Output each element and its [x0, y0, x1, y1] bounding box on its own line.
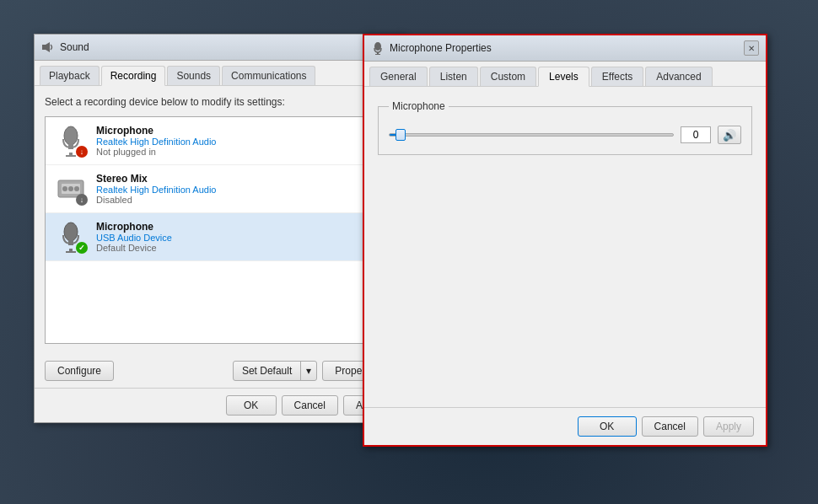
- device-item-stereo-mix[interactable]: ↓ Stereo Mix Realtek High Definition Aud…: [46, 165, 393, 213]
- sound-dialog-titlebar: Sound ✕: [35, 35, 404, 61]
- props-tab-bar: General Listen Custom Levels Effects Adv…: [364, 62, 766, 87]
- configure-button[interactable]: Configure: [45, 361, 114, 381]
- device-status-2: Default Device: [96, 243, 385, 253]
- svg-rect-17: [375, 54, 380, 55]
- set-default-arrow[interactable]: ▾: [300, 362, 316, 380]
- svg-point-11: [64, 223, 78, 241]
- props-content: Microphone 🔊: [364, 87, 766, 407]
- svg-rect-16: [377, 52, 379, 54]
- device-info-microphone-usb: Microphone USB Audio Device Default Devi…: [96, 221, 385, 253]
- microphone-level-value[interactable]: [681, 126, 711, 143]
- device-name-1: Stereo Mix: [96, 173, 385, 185]
- device-status-0: Not plugged in: [96, 147, 385, 157]
- svg-point-9: [68, 186, 73, 191]
- speaker-icon: [41, 40, 55, 54]
- tab-effects[interactable]: Effects: [591, 67, 643, 86]
- mic-props-dialog: Microphone Properties ✕ General Listen C…: [363, 34, 767, 447]
- device-name-2: Microphone: [96, 221, 385, 233]
- mic-props-titlebar: Microphone Properties ✕: [364, 35, 766, 62]
- props-dialog-actions: OK Cancel Apply: [364, 407, 766, 445]
- status-badge-green: ✓: [76, 242, 88, 254]
- sound-cancel-button[interactable]: Cancel: [282, 395, 338, 416]
- device-driver-1: Realtek High Definition Audio: [96, 185, 385, 195]
- tab-general[interactable]: General: [369, 67, 428, 86]
- device-info-stereo-mix: Stereo Mix Realtek High Definition Audio…: [96, 173, 385, 205]
- props-apply-button[interactable]: Apply: [703, 416, 754, 437]
- recording-instruction: Select a recording device below to modif…: [45, 96, 394, 108]
- device-icon-stereo-mix: ↓: [54, 172, 88, 206]
- device-name-0: Microphone: [96, 125, 385, 137]
- microphone-mute-button[interactable]: 🔊: [718, 126, 741, 144]
- volume-icon: 🔊: [723, 129, 736, 142]
- microphone-level-legend: Microphone: [389, 100, 449, 112]
- tab-levels[interactable]: Levels: [538, 67, 589, 87]
- device-item-microphone-realtek[interactable]: ↓ Microphone Realtek High Definition Aud…: [46, 117, 393, 165]
- device-icon-microphone-realtek: ↓: [54, 124, 88, 158]
- device-list[interactable]: ↓ Microphone Realtek High Definition Aud…: [45, 116, 394, 344]
- svg-rect-0: [42, 45, 46, 50]
- device-item-microphone-usb[interactable]: ✓ Microphone USB Audio Device Default De…: [46, 213, 393, 261]
- tab-listen[interactable]: Listen: [429, 67, 478, 86]
- mic-props-close-button[interactable]: ✕: [744, 40, 759, 56]
- sound-dialog: Sound ✕ Playback Recording Sounds Commun…: [34, 34, 405, 423]
- props-title-left: Microphone Properties: [371, 41, 492, 55]
- svg-rect-4: [69, 153, 73, 155]
- sound-action-buttons: Configure Set Default ▾ Properties: [35, 354, 404, 388]
- tab-communications[interactable]: Communications: [222, 66, 315, 85]
- status-badge-gray: ↓: [76, 194, 88, 206]
- microphone-level-group: Microphone 🔊: [378, 100, 752, 155]
- props-cancel-button[interactable]: Cancel: [642, 416, 698, 437]
- status-badge-red: ↓: [76, 146, 88, 158]
- tab-playback[interactable]: Playback: [40, 66, 100, 85]
- sound-dialog-actions: OK Cancel Apply: [35, 388, 404, 422]
- tab-custom[interactable]: Custom: [480, 67, 536, 86]
- tab-advanced[interactable]: Advanced: [645, 67, 712, 86]
- microphone-level-row: 🔊: [389, 126, 741, 144]
- microphone-slider-track[interactable]: [389, 133, 674, 137]
- device-driver-0: Realtek High Definition Audio: [96, 137, 385, 147]
- device-icon-microphone-usb: ✓: [54, 220, 88, 254]
- device-info-microphone-realtek: Microphone Realtek High Definition Audio…: [96, 125, 385, 157]
- svg-rect-13: [69, 249, 73, 251]
- tab-sounds[interactable]: Sounds: [167, 66, 220, 85]
- sound-tab-bar: Playback Recording Sounds Communications: [35, 61, 404, 86]
- titlebar-left: Sound: [41, 40, 89, 54]
- svg-rect-5: [66, 155, 76, 157]
- svg-rect-14: [66, 251, 76, 253]
- set-default-label: Set Default: [234, 362, 300, 380]
- device-driver-2: USB Audio Device: [96, 233, 385, 243]
- device-status-1: Disabled: [96, 195, 385, 205]
- sound-dialog-content: Select a recording device below to modif…: [35, 86, 404, 354]
- svg-marker-1: [46, 42, 50, 52]
- mic-props-title: Microphone Properties: [390, 42, 492, 54]
- props-ok-button[interactable]: OK: [578, 416, 637, 437]
- slider-thumb[interactable]: [396, 129, 406, 141]
- mic-props-icon: [371, 41, 385, 55]
- set-default-button[interactable]: Set Default ▾: [233, 361, 317, 381]
- svg-point-8: [62, 186, 67, 191]
- svg-point-15: [374, 42, 381, 51]
- sound-ok-button[interactable]: OK: [226, 395, 277, 416]
- sound-dialog-title: Sound: [60, 41, 89, 53]
- tab-recording[interactable]: Recording: [101, 66, 166, 86]
- svg-point-10: [74, 186, 79, 191]
- svg-point-2: [64, 126, 78, 145]
